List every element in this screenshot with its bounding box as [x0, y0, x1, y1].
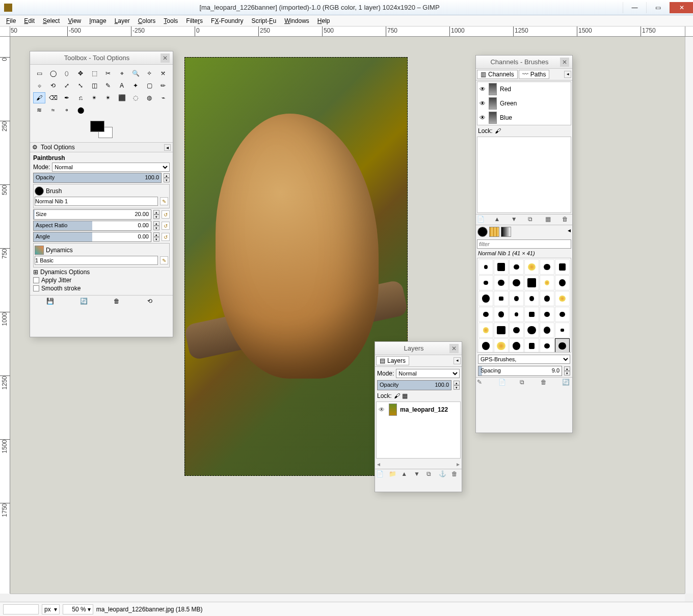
tool-20[interactable]: 🖌: [33, 92, 45, 103]
tool-10[interactable]: ⟐: [33, 80, 45, 91]
raise-layer-icon[interactable]: ▲: [401, 470, 410, 478]
tool-4[interactable]: ⬚: [88, 68, 100, 79]
brush-cell[interactable]: [524, 291, 539, 306]
zoom-select[interactable]: 50 %▾: [63, 604, 93, 614]
brush-cell[interactable]: [555, 275, 570, 290]
brush-cell[interactable]: [509, 307, 524, 322]
menu-tools[interactable]: Tools: [159, 16, 182, 25]
tool-19[interactable]: ✏: [157, 80, 169, 91]
patterns-tab[interactable]: [489, 227, 499, 237]
layer-scroll-left[interactable]: ◂: [377, 461, 380, 468]
tool-2[interactable]: ⬯: [61, 68, 73, 79]
layer-row[interactable]: 👁 ma_leopard_122: [377, 402, 460, 417]
channel-row-red[interactable]: 👁Red: [477, 82, 571, 96]
fg-color[interactable]: [90, 121, 104, 132]
layer-opacity-slider[interactable]: Opacity 100.0: [377, 380, 451, 390]
tool-29[interactable]: ⌁: [157, 92, 169, 103]
tool-12[interactable]: ⤢: [61, 80, 73, 91]
tool-27[interactable]: ◌: [129, 92, 142, 103]
aspect-spinner[interactable]: ▴▾: [153, 221, 159, 230]
brush-cell[interactable]: [494, 338, 509, 353]
edit-brush-icon[interactable]: ✎: [477, 379, 486, 387]
brush-cell[interactable]: [524, 275, 539, 290]
visibility-icon[interactable]: 👁: [379, 406, 386, 413]
delete-channel-icon[interactable]: 🗑: [562, 216, 571, 224]
brush-cell[interactable]: [540, 259, 554, 275]
brush-preview[interactable]: [35, 186, 44, 196]
aspect-reset-icon[interactable]: ↺: [162, 222, 170, 230]
vertical-scrollbar[interactable]: [685, 37, 693, 594]
channel-list[interactable]: 👁Red👁Green👁Blue: [477, 82, 571, 125]
new-brush-icon[interactable]: 📄: [498, 379, 508, 387]
minimize-button[interactable]: —: [623, 2, 646, 13]
tool-25[interactable]: ✴: [102, 92, 114, 103]
layers-close[interactable]: ✕: [449, 344, 459, 353]
menu-fxfoundry[interactable]: FX-Foundry: [207, 16, 247, 25]
tool-8[interactable]: ✧: [143, 68, 155, 79]
layer-scroll-right[interactable]: ▸: [457, 461, 460, 468]
brush-cell[interactable]: [478, 291, 493, 306]
tool-14[interactable]: ◫: [88, 80, 100, 91]
tool-11[interactable]: ⟲: [47, 80, 59, 91]
tool-options-menu[interactable]: ◂: [164, 144, 171, 151]
tool-3[interactable]: ✥: [74, 68, 87, 79]
opt-save-icon[interactable]: 💾: [46, 298, 56, 306]
mode-select[interactable]: Normal: [52, 163, 170, 172]
tool-21[interactable]: ⌫: [47, 92, 59, 103]
brush-cell[interactable]: [555, 323, 570, 338]
channels-tab[interactable]: ▥ Channels: [477, 70, 518, 79]
brush-cell[interactable]: [509, 291, 524, 306]
brush-grid[interactable]: [477, 258, 571, 353]
brush-cell[interactable]: [555, 338, 570, 353]
tool-16[interactable]: A: [116, 80, 128, 91]
opt-reset-icon[interactable]: ⟲: [147, 298, 156, 306]
brush-cell[interactable]: [478, 338, 493, 353]
brush-cell[interactable]: [494, 275, 509, 290]
raise-channel-icon[interactable]: ▲: [494, 216, 503, 224]
new-channel-icon[interactable]: 📄: [477, 216, 486, 224]
brush-cell[interactable]: [555, 259, 570, 275]
dynamics-edit-icon[interactable]: ✎: [160, 256, 168, 264]
brush-cell[interactable]: [524, 338, 539, 353]
brush-cell[interactable]: [524, 259, 539, 275]
units-select[interactable]: px ▾: [42, 604, 60, 614]
layer-opacity-spinner[interactable]: ▴▾: [454, 381, 460, 390]
tool-5[interactable]: ✂: [102, 68, 114, 79]
brush-cell[interactable]: [540, 307, 554, 322]
brush-cell[interactable]: [509, 275, 524, 290]
menu-select[interactable]: Select: [39, 16, 64, 25]
ruler-corner[interactable]: [0, 26, 10, 37]
tool-9[interactable]: ⤧: [157, 68, 169, 79]
tool-30[interactable]: ≋: [33, 104, 45, 116]
apply-jitter-check[interactable]: Apply Jitter: [33, 277, 170, 284]
menu-help[interactable]: Help: [313, 16, 334, 25]
menu-filters[interactable]: Filters: [182, 16, 207, 25]
brush-cell[interactable]: [494, 323, 509, 338]
channel-to-sel-icon[interactable]: ▦: [545, 216, 554, 224]
close-button[interactable]: ✕: [670, 2, 693, 13]
tool-26[interactable]: ⬛: [116, 92, 128, 103]
tool-24[interactable]: ✴: [88, 92, 100, 103]
brush-preset-select[interactable]: GPS-Brushes,: [478, 355, 570, 364]
menu-windows[interactable]: Windows: [280, 16, 313, 25]
brush-cell[interactable]: [524, 307, 539, 322]
dynamics-preview[interactable]: [35, 246, 44, 255]
tool-15[interactable]: ✎: [102, 80, 114, 91]
paths-tab[interactable]: 〰 Paths: [519, 70, 550, 79]
menu-scriptfu[interactable]: Script-Fu: [247, 16, 280, 25]
tool-33[interactable]: ⬤: [74, 104, 87, 116]
brush-cell[interactable]: [555, 307, 570, 322]
menu-image[interactable]: Image: [85, 16, 110, 25]
angle-spinner[interactable]: ▴▾: [153, 232, 159, 242]
channel-lock-icon[interactable]: 🖌: [495, 127, 501, 135]
visibility-icon[interactable]: 👁: [479, 114, 486, 121]
brush-name-field[interactable]: [35, 197, 158, 206]
spacing-spinner[interactable]: ▴▾: [564, 366, 570, 376]
layer-name[interactable]: ma_leopard_122: [400, 406, 448, 413]
opt-delete-icon[interactable]: 🗑: [114, 298, 123, 306]
tool-31[interactable]: ≈: [47, 104, 59, 116]
chanbrush-close[interactable]: ✕: [560, 58, 569, 67]
smooth-stroke-check[interactable]: Smooth stroke: [33, 285, 170, 292]
layer-mode-select[interactable]: Normal: [396, 369, 460, 378]
tool-options-tab[interactable]: Tool Options: [41, 144, 75, 151]
